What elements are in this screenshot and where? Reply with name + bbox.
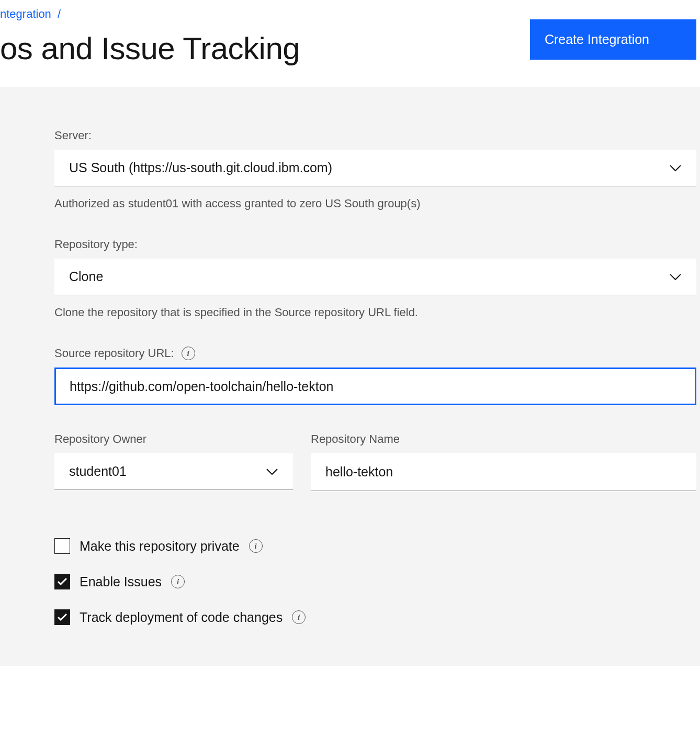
info-icon[interactable]: i <box>182 347 195 360</box>
owner-group: Repository Owner student01 <box>54 432 293 491</box>
private-checkbox[interactable] <box>54 538 70 554</box>
track-checkbox-row: Track deployment of code changes i <box>54 609 696 625</box>
server-select[interactable]: US South (https://us-south.git.cloud.ibm… <box>54 150 696 186</box>
issues-checkbox[interactable] <box>54 574 70 589</box>
breadcrumb: ntegration / <box>0 0 700 21</box>
source-url-label: Source repository URL: i <box>54 347 696 360</box>
form-area: Server: US South (https://us-south.git.c… <box>0 87 700 666</box>
owner-name-row: Repository Owner student01 Repository Na… <box>54 432 696 491</box>
issues-checkbox-row: Enable Issues i <box>54 574 696 589</box>
info-icon[interactable]: i <box>171 575 185 588</box>
owner-select-value: student01 <box>69 464 127 479</box>
server-select-value: US South (https://us-south.git.cloud.ibm… <box>69 160 332 175</box>
chevron-down-icon <box>669 164 682 172</box>
repo-type-group: Repository type: Clone Clone the reposit… <box>54 238 696 319</box>
create-integration-button[interactable]: Create Integration <box>530 19 696 60</box>
repo-name-input[interactable] <box>311 453 696 491</box>
info-icon[interactable]: i <box>249 539 263 553</box>
source-url-input[interactable] <box>54 368 696 405</box>
repo-type-select-value: Clone <box>69 269 103 284</box>
repo-type-label: Repository type: <box>54 238 696 251</box>
owner-select[interactable]: student01 <box>54 453 293 490</box>
private-checkbox-row: Make this repository private i <box>54 538 696 554</box>
server-label: Server: <box>54 129 696 142</box>
source-url-group: Source repository URL: i <box>54 347 696 405</box>
repo-type-select[interactable]: Clone <box>54 259 696 295</box>
chevron-down-icon <box>266 468 278 475</box>
issues-checkbox-label: Enable Issues <box>80 574 162 589</box>
source-url-label-text: Source repository URL: <box>54 347 174 360</box>
owner-label: Repository Owner <box>54 432 293 446</box>
repo-name-group: Repository Name <box>311 432 696 491</box>
breadcrumb-link[interactable]: ntegration <box>0 7 51 20</box>
chevron-down-icon <box>669 273 682 281</box>
page-header: ntegration / os and Issue Tracking Creat… <box>0 0 700 87</box>
track-checkbox-label: Track deployment of code changes <box>80 610 283 625</box>
repo-type-helper-text: Clone the repository that is specified i… <box>54 306 696 319</box>
breadcrumb-separator: / <box>54 7 64 20</box>
server-helper-text: Authorized as student01 with access gran… <box>54 197 696 210</box>
repo-name-label: Repository Name <box>311 432 696 446</box>
info-icon[interactable]: i <box>292 610 306 624</box>
checkbox-section: Make this repository private i Enable Is… <box>54 538 696 625</box>
server-group: Server: US South (https://us-south.git.c… <box>54 129 696 210</box>
private-checkbox-label: Make this repository private <box>80 539 240 554</box>
track-checkbox[interactable] <box>54 609 70 625</box>
